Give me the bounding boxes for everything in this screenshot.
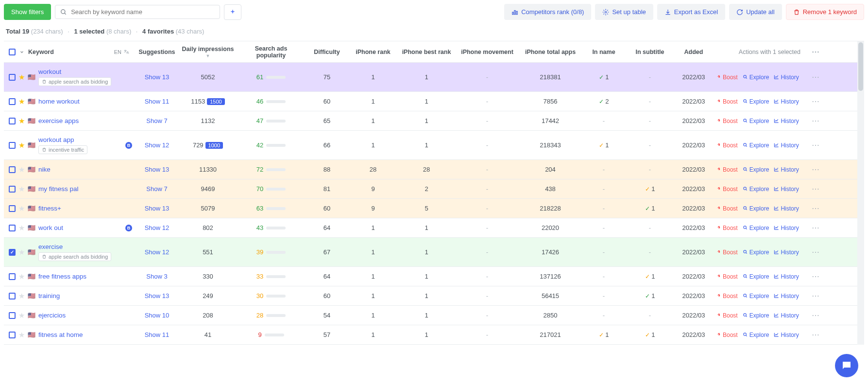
header-more-icon[interactable]: ⋯ bbox=[812, 48, 819, 56]
explore-button[interactable]: Explore bbox=[743, 98, 769, 105]
keyword-link[interactable]: fitness at home bbox=[38, 331, 83, 338]
explore-button[interactable]: Explore bbox=[743, 293, 769, 299]
col-in-subtitle[interactable]: In subtitle bbox=[626, 49, 674, 55]
boost-button[interactable]: Boost bbox=[716, 166, 738, 173]
boost-button[interactable]: Boost bbox=[716, 74, 738, 81]
keyword-tag[interactable]: apple search ads bidding bbox=[38, 77, 111, 86]
boost-button[interactable]: Boost bbox=[716, 118, 738, 124]
col-difficulty[interactable]: Difficulty bbox=[305, 49, 349, 55]
row-more-icon[interactable]: ⋯ bbox=[812, 311, 819, 319]
keyword-link[interactable]: workout bbox=[38, 68, 61, 75]
row-more-icon[interactable]: ⋯ bbox=[812, 97, 819, 106]
history-button[interactable]: History bbox=[774, 249, 799, 256]
row-checkbox[interactable] bbox=[9, 273, 16, 280]
select-all-checkbox[interactable] bbox=[9, 49, 16, 55]
history-button[interactable]: History bbox=[774, 98, 799, 105]
row-more-icon[interactable]: ⋯ bbox=[812, 224, 819, 232]
keyword-link[interactable]: my fitness pal bbox=[38, 185, 79, 193]
history-button[interactable]: History bbox=[774, 225, 799, 231]
col-actions[interactable]: Actions with 1 selected bbox=[713, 49, 805, 55]
row-checkbox[interactable] bbox=[9, 312, 16, 319]
row-more-icon[interactable]: ⋯ bbox=[812, 292, 819, 300]
favorite-star-icon[interactable]: ★ bbox=[18, 141, 25, 150]
boost-button[interactable]: Boost bbox=[716, 249, 738, 256]
row-more-icon[interactable]: ⋯ bbox=[812, 185, 819, 193]
history-button[interactable]: History bbox=[774, 205, 799, 212]
favorite-star-icon[interactable]: ★ bbox=[18, 117, 25, 125]
export-excel-button[interactable]: Export as Excel bbox=[657, 4, 725, 20]
competitors-rank-button[interactable]: Competitors rank (0/8) bbox=[504, 4, 591, 20]
keyword-link[interactable]: exercise apps bbox=[38, 117, 79, 124]
search-input[interactable] bbox=[71, 8, 215, 16]
history-button[interactable]: History bbox=[774, 293, 799, 299]
keyword-tag[interactable]: apple search ads bidding bbox=[38, 252, 111, 261]
boost-button[interactable]: Boost bbox=[716, 332, 738, 338]
keyword-link[interactable]: exercise bbox=[38, 243, 63, 250]
vertical-scrollbar[interactable] bbox=[857, 41, 864, 345]
explore-button[interactable]: Explore bbox=[743, 332, 769, 338]
row-checkbox[interactable] bbox=[9, 186, 16, 193]
row-checkbox[interactable] bbox=[9, 74, 16, 81]
col-daily-impressions[interactable]: Daily impressions▼ bbox=[179, 46, 237, 58]
suggestions-link[interactable]: Show 12 bbox=[135, 140, 179, 151]
setup-table-button[interactable]: Set up table bbox=[595, 4, 653, 20]
favorite-star-icon[interactable]: ★ bbox=[18, 165, 25, 174]
chevron-down-icon[interactable] bbox=[19, 50, 24, 54]
suggestions-link[interactable]: Show 13 bbox=[135, 203, 179, 214]
explore-button[interactable]: Explore bbox=[743, 186, 769, 193]
keyword-link[interactable]: training bbox=[38, 292, 60, 299]
show-filters-button[interactable]: Show filters bbox=[4, 4, 51, 20]
boost-button[interactable]: Boost bbox=[716, 186, 738, 193]
favorite-star-icon[interactable]: ★ bbox=[18, 311, 25, 320]
favorite-star-icon[interactable]: ★ bbox=[18, 248, 25, 257]
favorite-star-icon[interactable]: ★ bbox=[18, 331, 25, 339]
row-checkbox[interactable] bbox=[9, 293, 16, 299]
row-more-icon[interactable]: ⋯ bbox=[812, 165, 819, 174]
keyword-link[interactable]: home workout bbox=[38, 98, 80, 105]
suggestions-link[interactable]: Show 12 bbox=[135, 246, 179, 258]
suggestions-link[interactable]: Show 13 bbox=[135, 71, 179, 83]
col-iphone-move[interactable]: iPhone movement bbox=[456, 49, 519, 55]
keyword-link[interactable]: fitness+ bbox=[38, 205, 61, 212]
col-suggestions[interactable]: Suggestions bbox=[135, 49, 179, 55]
favorite-star-icon[interactable]: ★ bbox=[18, 292, 25, 300]
row-more-icon[interactable]: ⋯ bbox=[812, 117, 819, 125]
suggestions-link[interactable]: Show 12 bbox=[135, 222, 179, 233]
history-button[interactable]: History bbox=[774, 118, 799, 124]
remove-keyword-button[interactable]: Remove 1 keyword bbox=[786, 4, 864, 20]
col-iphone-rank[interactable]: iPhone rank bbox=[349, 49, 397, 55]
keyword-link[interactable]: ejercicios bbox=[38, 312, 66, 319]
boost-button[interactable]: Boost bbox=[716, 205, 738, 212]
favorite-star-icon[interactable]: ★ bbox=[18, 272, 25, 281]
boost-button[interactable]: Boost bbox=[716, 273, 738, 280]
row-more-icon[interactable]: ⋯ bbox=[812, 331, 819, 339]
row-checkbox[interactable] bbox=[9, 118, 16, 124]
history-button[interactable]: History bbox=[774, 273, 799, 280]
row-more-icon[interactable]: ⋯ bbox=[812, 141, 819, 149]
keyword-link[interactable]: workout app bbox=[38, 136, 74, 143]
boost-button[interactable]: Boost bbox=[716, 142, 738, 149]
suggestions-link[interactable]: Show 7 bbox=[135, 115, 179, 126]
row-more-icon[interactable]: ⋯ bbox=[812, 248, 819, 256]
row-checkbox[interactable] bbox=[9, 166, 16, 173]
favorite-star-icon[interactable]: ★ bbox=[18, 185, 25, 194]
explore-button[interactable]: Explore bbox=[743, 166, 769, 173]
boost-button[interactable]: Boost bbox=[716, 225, 738, 231]
col-added[interactable]: Added bbox=[674, 49, 713, 55]
favorite-star-icon[interactable]: ★ bbox=[18, 204, 25, 213]
col-iphone-best[interactable]: iPhone best rank bbox=[397, 49, 456, 55]
lang-selector[interactable]: EN bbox=[114, 49, 132, 55]
update-all-button[interactable]: Update all bbox=[729, 4, 782, 20]
row-more-icon[interactable]: ⋯ bbox=[812, 272, 819, 281]
suggestions-link[interactable]: Show 11 bbox=[135, 96, 179, 107]
favorite-star-icon[interactable]: ★ bbox=[18, 224, 25, 232]
col-in-name[interactable]: In name bbox=[582, 49, 626, 55]
boost-button[interactable]: Boost bbox=[716, 293, 738, 299]
explore-button[interactable]: Explore bbox=[743, 74, 769, 81]
suggestions-link[interactable]: Show 10 bbox=[135, 310, 179, 321]
boost-button[interactable]: Boost bbox=[716, 312, 738, 319]
row-checkbox[interactable] bbox=[9, 249, 16, 256]
history-button[interactable]: History bbox=[774, 166, 799, 173]
row-checkbox[interactable] bbox=[9, 332, 16, 338]
favorite-star-icon[interactable]: ★ bbox=[18, 97, 25, 106]
